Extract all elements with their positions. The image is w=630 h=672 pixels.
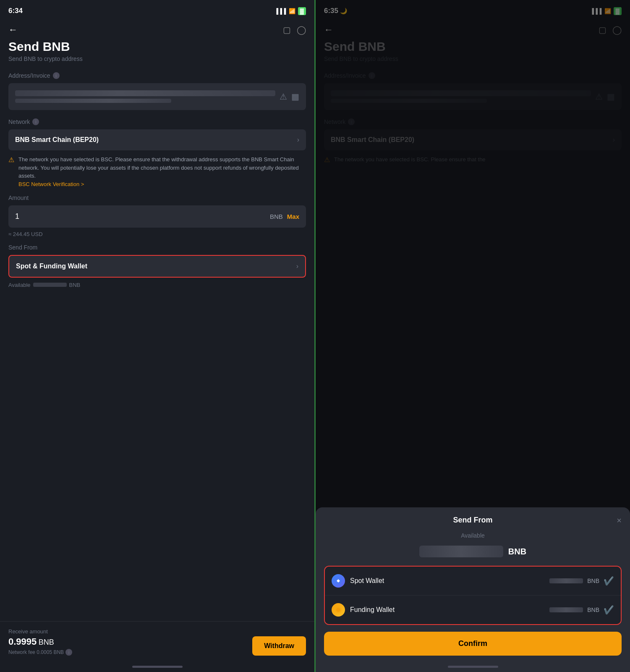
left-content: Send BNB Send BNB to crypto address Addr… [0, 39, 314, 621]
modal-title: Send From [453, 516, 492, 525]
history-icon-left[interactable]: ◯ [297, 25, 306, 35]
receive-currency: BNB [39, 638, 54, 646]
fee-info-icon[interactable]: i [65, 649, 72, 656]
warning-box: ⚠ The network you have selected is BSC. … [8, 155, 306, 194]
svg-point-2 [336, 608, 340, 612]
withdraw-button[interactable]: Withdraw [252, 636, 306, 656]
spot-wallet-currency: BNB [587, 578, 599, 584]
home-indicator-right [316, 662, 630, 672]
address-info-icon[interactable]: i [53, 72, 60, 79]
funding-balance-blur [549, 607, 583, 612]
funding-check-icon: ✔️ [604, 605, 614, 615]
address-label: Address/Invoice [8, 72, 50, 79]
spot-wallet-option[interactable]: Spot Wallet BNB ✔️ [325, 567, 621, 596]
back-button-left[interactable]: ← [8, 24, 18, 35]
send-from-chevron: › [296, 262, 298, 270]
modal-overlay: Send From × Available BNB [316, 0, 630, 672]
send-from-value: Spot & Funding Wallet [16, 262, 87, 270]
amount-right: BNB Max [270, 213, 299, 220]
balance-currency: BNB [508, 547, 526, 556]
home-indicator-left [0, 662, 314, 672]
address-input[interactable]: ⚠ ▦ [8, 83, 306, 110]
page-subtitle-left: Send BNB to crypto address [8, 55, 306, 62]
spot-wallet-right: BNB ✔️ [549, 576, 614, 586]
available-label: Available [8, 282, 31, 288]
modal-header: Send From × [316, 507, 630, 529]
contact-icon[interactable]: ⚠ [280, 92, 287, 102]
amount-label-row: Amount [8, 194, 306, 201]
warning-icon: ⚠ [8, 156, 14, 188]
available-balance-blur [33, 283, 67, 287]
warning-content: The network you have selected is BSC. Pl… [18, 155, 306, 188]
funding-wallet-currency: BNB [587, 606, 599, 613]
home-bar-left [132, 666, 183, 668]
left-screen: 6:34 ▐▐▐ 📶 ▓ ← ▢ ◯ Send BNB Send BNB to … [0, 0, 316, 672]
bsc-link[interactable]: BSC Network Verification > [18, 181, 84, 187]
home-bar-right [448, 666, 498, 668]
network-fee: Network fee 0.0005 BNB i [8, 649, 72, 656]
page-title-left: Send BNB [8, 39, 306, 54]
address-input-icons: ⚠ ▦ [280, 92, 299, 102]
modal-close-button[interactable]: × [617, 516, 622, 525]
funding-wallet-right: BNB ✔️ [549, 605, 614, 615]
modal-balance-row: BNB [316, 544, 630, 566]
wallet-options-container: Spot Wallet BNB ✔️ [324, 566, 622, 625]
status-icons-left: ▐▐▐ 📶 ▓ [274, 7, 306, 15]
wifi-icon: 📶 [289, 8, 295, 14]
available-row: Available BNB [8, 282, 306, 288]
receive-amount-block: 0.9995 BNB Network fee 0.0005 BNB i [8, 636, 72, 656]
right-screen: 6:35 🌙 ▐▐▐ 📶 ▓ ← ▢ ◯ Send BNB Send BNB t… [316, 0, 630, 672]
signal-icon: ▐▐▐ [274, 8, 286, 14]
funding-wallet-name: Funding Wallet [350, 606, 395, 614]
spot-balance-blur [549, 578, 583, 583]
amount-value: 1 [15, 212, 19, 221]
receive-amount: 0.9995 [8, 636, 37, 647]
spot-wallet-left: Spot Wallet [332, 574, 384, 588]
funding-wallet-left: Funding Wallet [332, 603, 395, 617]
battery-icon: ▓ [298, 7, 306, 15]
confirm-button[interactable]: Confirm [324, 632, 622, 656]
spot-wallet-name: Spot Wallet [350, 577, 384, 585]
time-left: 6:34 [8, 7, 23, 15]
spot-wallet-icon [332, 574, 345, 588]
available-currency: BNB [69, 282, 81, 288]
network-value: BNB Smart Chain (BEP20) [15, 136, 99, 144]
send-from-label-row: Send From [8, 244, 306, 251]
modal-available-label: Available [316, 529, 630, 544]
amount-label: Amount [8, 194, 29, 201]
funding-wallet-icon [332, 603, 345, 617]
send-from-label: Send From [8, 244, 37, 251]
balance-blur [419, 546, 503, 557]
status-bar-left: 6:34 ▐▐▐ 📶 ▓ [0, 0, 314, 20]
receive-section: Receive amount 0.9995 BNB Network fee 0.… [0, 621, 314, 662]
send-from-modal: Send From × Available BNB [316, 507, 630, 672]
amount-input[interactable]: 1 BNB Max [8, 205, 306, 228]
send-from-selector[interactable]: Spot & Funding Wallet › [8, 255, 306, 278]
receive-row: 0.9995 BNB Network fee 0.0005 BNB i With… [8, 636, 306, 656]
warning-text: The network you have selected is BSC. Pl… [18, 156, 299, 179]
network-chevron: › [297, 136, 299, 144]
funding-wallet-option[interactable]: Funding Wallet BNB ✔️ [325, 596, 621, 624]
network-info-icon[interactable]: i [32, 118, 39, 125]
spot-check-icon: ✔️ [604, 576, 614, 586]
receive-label: Receive amount [8, 628, 306, 635]
amount-currency: BNB [270, 213, 283, 220]
help-icon-left[interactable]: ▢ [283, 25, 291, 35]
max-button[interactable]: Max [287, 213, 299, 220]
usd-equiv: ≈ 244.45 USD [8, 231, 306, 237]
network-label-row: Network i [8, 118, 306, 125]
network-fee-text: Network fee 0.0005 BNB [8, 649, 64, 655]
nav-icons-left: ▢ ◯ [283, 25, 306, 35]
nav-bar-left: ← ▢ ◯ [0, 20, 314, 39]
qr-icon[interactable]: ▦ [291, 92, 299, 102]
address-label-row: Address/Invoice i [8, 72, 306, 79]
network-label: Network [8, 118, 30, 125]
network-selector[interactable]: BNB Smart Chain (BEP20) › [8, 129, 306, 150]
